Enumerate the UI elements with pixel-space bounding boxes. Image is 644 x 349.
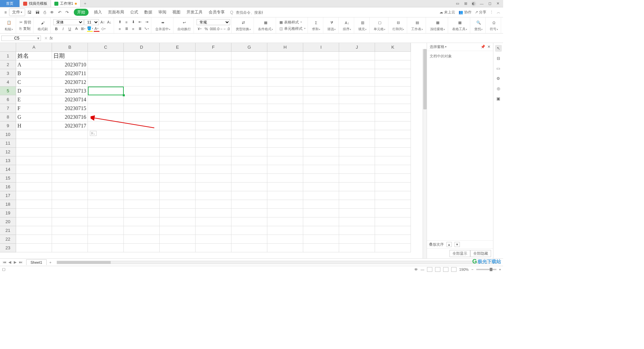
cell-K19[interactable] (375, 209, 411, 217)
cell-C3[interactable] (88, 69, 124, 78)
cell-I9[interactable] (303, 121, 339, 130)
cell-E13[interactable] (160, 156, 196, 165)
cell-G16[interactable] (231, 183, 267, 191)
cell-C14[interactable] (88, 165, 124, 174)
cell-A8[interactable]: G (16, 113, 52, 121)
cell-B15[interactable] (52, 174, 88, 183)
cell-H5[interactable] (267, 87, 303, 95)
tab-workbook[interactable]: 工作簿1 (51, 0, 80, 7)
cell-D18[interactable] (124, 200, 160, 209)
column-header[interactable]: G (231, 43, 267, 52)
tool-icon-5[interactable]: ▣ (495, 95, 502, 102)
underline-icon[interactable]: U (67, 26, 73, 32)
column-header[interactable]: F (196, 43, 231, 52)
cell-D23[interactable] (124, 244, 160, 252)
cell-K18[interactable] (375, 200, 411, 209)
cell-I8[interactable] (303, 113, 339, 121)
eye-icon[interactable]: 👁 (414, 267, 418, 271)
cell-C13[interactable] (88, 156, 124, 165)
undo-icon[interactable]: ↶ (56, 9, 63, 16)
cell-F11[interactable] (196, 139, 231, 148)
cell-C5[interactable] (88, 87, 124, 95)
cell-B11[interactable] (52, 139, 88, 148)
cell-C19[interactable] (88, 209, 124, 217)
cell-E21[interactable] (160, 226, 196, 235)
redo-icon[interactable]: ↷ (64, 9, 70, 16)
align-left-icon[interactable]: ≡ (117, 26, 123, 32)
cell-A17[interactable] (16, 191, 52, 200)
cell-D2[interactable] (124, 60, 160, 69)
cell-K11[interactable] (375, 139, 411, 148)
cell-J7[interactable] (339, 104, 375, 113)
cell-J15[interactable] (339, 174, 375, 183)
panel-pin-icon[interactable]: 📌 (481, 45, 485, 49)
cell-H13[interactable] (267, 156, 303, 165)
align-center-icon[interactable]: ≣ (123, 26, 129, 32)
cell-D17[interactable] (124, 191, 160, 200)
tool-icon-3[interactable]: ⚙ (495, 75, 502, 82)
cell-B7[interactable]: 20230715 (52, 104, 88, 113)
tool-icon-4[interactable]: ◎ (495, 85, 502, 92)
cell-K9[interactable] (375, 121, 411, 130)
column-header[interactable]: A (16, 43, 52, 52)
font-color-icon[interactable]: A (94, 26, 100, 32)
font-shrink-icon[interactable]: A↓ (106, 19, 112, 25)
cell-C1[interactable] (88, 52, 124, 60)
cell-D1[interactable] (124, 52, 160, 60)
row-header[interactable]: 20 (0, 217, 16, 226)
view-page-icon[interactable] (435, 267, 440, 272)
cell-I22[interactable] (303, 235, 339, 244)
cell-F3[interactable] (196, 69, 231, 78)
column-header[interactable]: K (375, 43, 411, 52)
preview-icon[interactable]: 👁 (48, 9, 56, 16)
cell-H14[interactable] (267, 165, 303, 174)
dash-icon[interactable]: — (421, 267, 424, 271)
cell-F22[interactable] (196, 235, 231, 244)
cell-style-button[interactable]: ◫ 单元格样式 (279, 26, 306, 32)
zoom-out-icon[interactable]: − (471, 267, 473, 271)
collab-button[interactable]: 👥 协作 (459, 10, 472, 15)
row-header[interactable]: 16 (0, 183, 16, 191)
cell-K23[interactable] (375, 244, 411, 252)
align-justify-icon[interactable]: ≣ (137, 26, 143, 32)
cell-J1[interactable] (339, 52, 375, 60)
cell-D20[interactable] (124, 217, 160, 226)
filter-button[interactable]: ⧩筛选 (326, 19, 337, 32)
cell-C6[interactable] (88, 95, 124, 104)
cell-A10[interactable] (16, 130, 52, 139)
cell-A1[interactable]: 姓名 (16, 52, 52, 60)
cell-C9[interactable] (88, 121, 124, 130)
tab-template[interactable]: 找搞壳模板 (20, 0, 51, 7)
cell-J22[interactable] (339, 235, 375, 244)
cell-A5[interactable]: D (16, 87, 52, 95)
move-down-icon[interactable]: ▾ (454, 242, 460, 247)
cell-G4[interactable] (231, 78, 267, 87)
cell-H15[interactable] (267, 174, 303, 183)
cell-B1[interactable]: 日期 (52, 52, 88, 60)
column-header[interactable]: B (52, 43, 88, 52)
column-header[interactable]: E (160, 43, 196, 52)
menu-tab-start[interactable]: 开始 (74, 9, 89, 16)
cell-C22[interactable] (88, 235, 124, 244)
cell-H17[interactable] (267, 191, 303, 200)
cell-F6[interactable] (196, 95, 231, 104)
sheet-tab-1[interactable]: Sheet1 (26, 259, 47, 265)
cell-G22[interactable] (231, 235, 267, 244)
cell-J11[interactable] (339, 139, 375, 148)
cell-F18[interactable] (196, 200, 231, 209)
cell-G3[interactable] (231, 69, 267, 78)
tab-home[interactable]: 首页 (0, 0, 20, 7)
cell-I1[interactable] (303, 52, 339, 60)
cell-F12[interactable] (196, 148, 231, 156)
cell-A21[interactable] (16, 226, 52, 235)
cell-B10[interactable] (52, 130, 88, 139)
cell-J19[interactable] (339, 209, 375, 217)
cell-H3[interactable] (267, 69, 303, 78)
cell-J17[interactable] (339, 191, 375, 200)
cancel-fx-icon[interactable]: ✕ (44, 36, 48, 41)
cell-G5[interactable] (231, 87, 267, 95)
layout-icon[interactable]: ▭ (455, 1, 460, 6)
cell-A2[interactable]: A (16, 60, 52, 69)
cell-E22[interactable] (160, 235, 196, 244)
font-name-select[interactable]: 宋体 (53, 19, 84, 25)
